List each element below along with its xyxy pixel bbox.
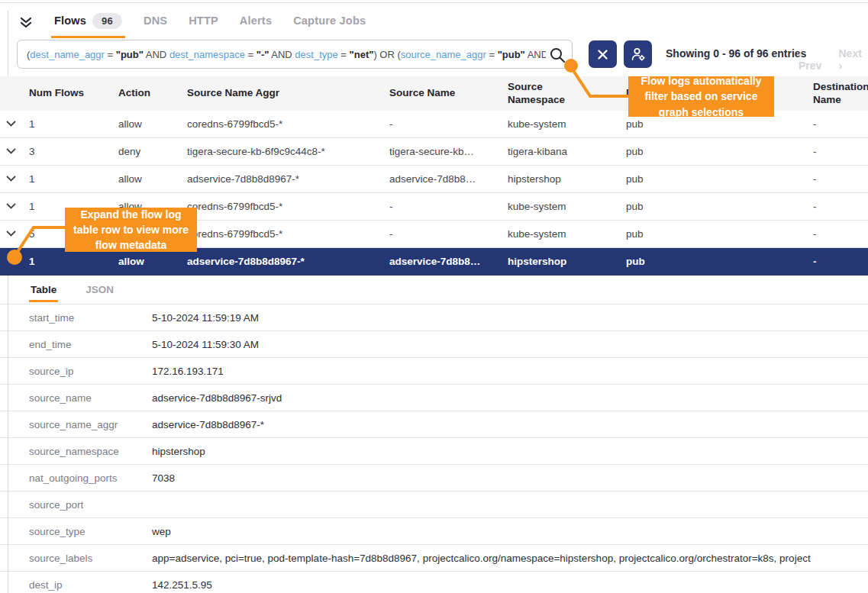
cell-source-name-aggr: coredns-6799fbcd5-*: [187, 228, 389, 240]
detail-value: 5-10-2024 11:59:30 AM: [152, 339, 868, 350]
x-icon: [597, 49, 608, 60]
flow-row[interactable]: 3 deny tigera-secure-kb-6f9c9c44c8-* tig…: [0, 138, 868, 166]
col-destination-name[interactable]: Destination Name: [813, 81, 868, 107]
query-value: "net": [350, 49, 374, 60]
entries-summary: Showing 0 - 96 of 96 entries: [666, 47, 806, 60]
detail-label: dest_ip: [0, 579, 152, 591]
tab-dns[interactable]: DNS: [133, 11, 178, 34]
row-expander[interactable]: [0, 176, 29, 182]
cell-source-namespace: hipstershop: [508, 256, 626, 267]
tab-flows-label: Flows: [54, 15, 86, 27]
detail-row: source_type wep: [0, 517, 868, 544]
cell-source-namespace: hipstershop: [508, 173, 626, 185]
cell-source-namespace: kube-system: [508, 228, 626, 240]
detail-label: source_namespace: [0, 446, 152, 457]
query-operator: =: [105, 49, 116, 60]
filter-query-input[interactable]: (dest_name_aggr = "pub" AND dest_namespa…: [17, 40, 573, 69]
detail-label: source_ip: [0, 366, 152, 377]
collapse-panel-button[interactable]: [8, 16, 44, 30]
tab-alerts[interactable]: Alerts: [229, 11, 282, 34]
prev-page-button[interactable]: ‹ Prev: [799, 47, 828, 72]
row-expander[interactable]: [0, 148, 29, 155]
filter-query-text: (dest_name_aggr = "pub" AND dest_namespa…: [27, 49, 546, 60]
tab-http[interactable]: HTTP: [178, 11, 229, 34]
detail-tab-table[interactable]: Table: [29, 279, 58, 300]
detail-row: source_labels app=adservice, pci=true, p…: [0, 544, 868, 571]
chevron-down-icon: [6, 121, 16, 127]
query-field: dest_type: [295, 49, 337, 60]
pagination-controls: ‹ Prev Next ›: [799, 47, 868, 72]
cell-source-name: -: [389, 201, 508, 212]
detail-row: start_time 5-10-2024 11:59:19 AM: [0, 304, 868, 330]
person-gear-icon: [631, 47, 646, 62]
detail-tab-json[interactable]: JSON: [84, 279, 115, 300]
cell-dest-name-aggr: pub: [626, 173, 813, 185]
detail-row: source_name_aggr adservice-7d8b8d8967-*: [0, 411, 868, 437]
chevron-up-icon: [6, 258, 16, 265]
detail-row: end_time 5-10-2024 11:59:30 AM: [0, 330, 868, 357]
detail-value: app=adservice, pci=true, pod-template-ha…: [152, 553, 868, 564]
tab-flows[interactable]: Flows 96: [44, 10, 133, 37]
query-and: AND: [525, 49, 546, 60]
cell-source-name: -: [389, 118, 508, 130]
cell-num-flows: 3: [29, 146, 118, 157]
col-source-name[interactable]: Source Name: [389, 87, 508, 100]
col-num-flows[interactable]: Num Flows: [29, 87, 118, 100]
detail-value: 172.16.193.171: [152, 366, 868, 377]
detail-value: adservice-7d8b8d8967-srjvd: [152, 392, 868, 404]
flow-row[interactable]: 1 allow adservice-7d8b8d8967-* adservice…: [0, 166, 868, 193]
detail-value: 5-10-2024 11:59:19 AM: [152, 312, 868, 324]
tab-capture-jobs[interactable]: Capture Jobs: [282, 11, 376, 34]
cell-dest-name-aggr: pub: [626, 256, 813, 267]
tab-http-label: HTTP: [189, 15, 218, 27]
cell-source-name: tigera-secure-kb…: [389, 146, 508, 157]
cell-source-name-aggr: coredns-6799fbcd5-*: [187, 118, 389, 130]
col-action[interactable]: Action: [118, 87, 187, 100]
chevron-right-icon: ›: [839, 60, 843, 72]
row-expander[interactable]: [0, 230, 29, 237]
detail-label: source_name: [0, 392, 152, 404]
user-settings-button[interactable]: [624, 40, 652, 68]
query-field: dest_name_aggr: [30, 49, 105, 60]
cell-num-flows: 1: [29, 118, 118, 130]
detail-row: source_port: [0, 491, 868, 517]
detail-label: source_labels: [0, 553, 152, 564]
log-type-tabbar: Flows 96 DNS HTTP Alerts Capture Jobs: [8, 11, 868, 35]
filter-callout-tooltip: Flow logs automatically filter based on …: [628, 76, 774, 117]
cell-dest-name-aggr: pub: [626, 146, 813, 157]
detail-row: source_name adservice-7d8b8d8967-srjvd: [0, 384, 868, 411]
cell-source-name-aggr: adservice-7d8b8d8967-*: [187, 173, 389, 185]
col-source-namespace[interactable]: Source Namespace: [508, 81, 599, 107]
cell-source-name-aggr: adservice-7d8b8d8967-*: [187, 256, 389, 267]
detail-row: source_ip 172.16.193.171: [0, 357, 868, 384]
detail-label: source_port: [0, 499, 152, 511]
chevron-down-icon: [6, 203, 16, 210]
detail-label: start_time: [0, 312, 152, 324]
cell-dest-name-aggr: pub: [626, 201, 813, 212]
query-value: "-": [257, 49, 269, 60]
query-operator: =: [245, 49, 257, 60]
row-expander[interactable]: [0, 203, 29, 210]
cell-source-name: adservice-7d8b8…: [389, 173, 508, 185]
cell-source-namespace: kube-system: [508, 118, 626, 130]
detail-value: hipstershop: [152, 446, 868, 457]
row-expander[interactable]: [0, 258, 29, 265]
query-or: ) OR (: [373, 49, 400, 60]
col-source-name-aggr[interactable]: Source Name Aggr: [187, 87, 389, 100]
cell-source-name-aggr: coredns-6799fbcd5-*: [187, 201, 389, 212]
clear-filter-button[interactable]: [589, 40, 617, 68]
chevron-down-icon: [6, 230, 16, 237]
flow-logs-panel: Flows 96 DNS HTTP Alerts Capture Jobs (d…: [0, 0, 868, 593]
cell-action: allow: [118, 118, 187, 130]
detail-row: source_namespace hipstershop: [0, 437, 868, 464]
chevron-down-icon: [6, 176, 16, 182]
cell-source-name: -: [389, 228, 508, 240]
query-value: "pub": [498, 49, 525, 60]
magnifier-icon[interactable]: [549, 47, 566, 63]
row-expander[interactable]: [0, 121, 29, 127]
next-page-button[interactable]: Next ›: [839, 47, 868, 72]
cell-destination-name: -: [813, 228, 868, 240]
double-chevron-down-icon: [18, 16, 34, 30]
cell-destination-name: -: [813, 146, 868, 157]
detail-row: nat_outgoing_ports 7038: [0, 464, 868, 491]
